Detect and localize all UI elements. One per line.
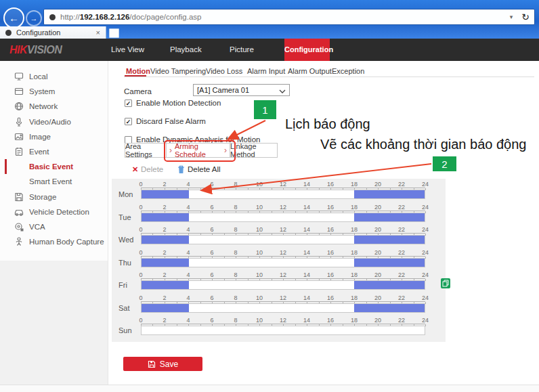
new-tab-button[interactable] bbox=[109, 28, 119, 38]
hour-tick-label: 2 bbox=[163, 295, 166, 301]
schedule-bar[interactable] bbox=[142, 236, 189, 244]
schedule-bar[interactable] bbox=[354, 190, 425, 198]
hour-ruler: 024681012141618202224 bbox=[141, 181, 425, 190]
subtab-linkage-method[interactable]: Linkage Method bbox=[230, 143, 278, 158]
hour-tick-label: 22 bbox=[398, 295, 405, 301]
sidebar-item-image[interactable]: Image bbox=[0, 129, 108, 144]
check-icon: ✓ bbox=[126, 100, 131, 107]
hour-tick-label: 0 bbox=[139, 181, 142, 188]
schedule-bar[interactable] bbox=[142, 304, 189, 312]
schedule-bar[interactable] bbox=[354, 281, 425, 289]
hour-tick-label: 6 bbox=[210, 204, 213, 211]
sidebar-item-storage[interactable]: Storage bbox=[0, 190, 108, 204]
nav-item-playback[interactable]: Playback bbox=[170, 39, 202, 61]
hour-tick-label: 16 bbox=[327, 204, 334, 211]
camera-select[interactable]: [A1] Camera 01 bbox=[193, 84, 290, 96]
tab-alarm-input[interactable]: Alarm Input bbox=[247, 66, 285, 77]
subtab-arming-schedule[interactable]: ›Arming Schedule› bbox=[166, 143, 230, 158]
schedule-track-thu[interactable] bbox=[141, 258, 425, 267]
hikvision-logo: HIKVISION bbox=[9, 39, 62, 61]
globe-icon bbox=[14, 101, 24, 112]
hour-ruler: 024681012141618202224 bbox=[141, 295, 425, 303]
sidebar-item-video-audio[interactable]: Video/Audio bbox=[0, 114, 108, 129]
schedule-track-mon[interactable] bbox=[141, 190, 425, 199]
hour-tick-label: 18 bbox=[351, 295, 358, 301]
copy-to-button[interactable] bbox=[441, 278, 450, 288]
hour-tick-label: 0 bbox=[139, 295, 142, 301]
schedule-bar[interactable] bbox=[142, 259, 189, 267]
browser-tab[interactable]: Configuration × bbox=[0, 26, 106, 39]
hour-tick-label: 24 bbox=[422, 317, 429, 324]
hour-tick-label: 12 bbox=[280, 249, 286, 256]
hour-tick-label: 20 bbox=[374, 271, 381, 278]
sidebar-item-system[interactable]: System bbox=[0, 84, 108, 99]
schedule-bar[interactable] bbox=[142, 190, 189, 198]
tab-exception[interactable]: Exception bbox=[332, 66, 364, 77]
schedule-bar[interactable] bbox=[354, 304, 425, 312]
schedule-bar[interactable] bbox=[142, 281, 189, 289]
hour-tick-label: 0 bbox=[139, 271, 142, 278]
sidebar-item-network[interactable]: Network bbox=[0, 99, 108, 114]
sidebar-item-local[interactable]: Local bbox=[0, 69, 108, 84]
chevron-right-icon: › bbox=[169, 146, 172, 155]
tab-video-loss[interactable]: Video Loss bbox=[206, 66, 242, 77]
sidebar-item-smart-event[interactable]: Smart Event bbox=[0, 174, 108, 189]
url-dropdown-button[interactable]: ▾ bbox=[506, 9, 517, 24]
forward-icon: → bbox=[30, 14, 38, 22]
schedule-track-sun[interactable] bbox=[141, 326, 425, 335]
back-button[interactable]: ← bbox=[3, 7, 24, 28]
schedule-bar[interactable] bbox=[354, 213, 425, 221]
tab-title: Configuration bbox=[16, 28, 60, 37]
schedule-track-wed[interactable] bbox=[141, 235, 425, 244]
sidebar-item-basic-event[interactable]: Basic Event bbox=[0, 159, 108, 174]
hour-tick-label: 14 bbox=[303, 204, 310, 211]
discard-false-alarm-checkbox[interactable]: ✓ bbox=[125, 118, 132, 125]
hour-tick-label: 18 bbox=[351, 181, 358, 188]
hour-tick-label: 4 bbox=[186, 317, 190, 324]
tab-close-icon[interactable]: × bbox=[96, 28, 100, 37]
sidebar-item-vehicle-detection[interactable]: Vehicle Detection bbox=[0, 204, 108, 219]
window-icon bbox=[14, 86, 24, 97]
camera-label: Camera bbox=[124, 87, 152, 95]
hour-tick-label: 0 bbox=[139, 249, 142, 256]
enable-motion-detection-checkbox[interactable]: ✓ bbox=[125, 100, 132, 107]
refresh-button[interactable]: ↻ bbox=[519, 9, 532, 24]
tab-favicon bbox=[5, 30, 12, 36]
schedule-bar[interactable] bbox=[142, 213, 189, 221]
save-button[interactable]: Save bbox=[123, 357, 202, 371]
sidebar-item-vca[interactable]: VCA bbox=[0, 219, 108, 234]
tab-alarm-output[interactable]: Alarm Output bbox=[288, 66, 332, 77]
hour-tick-label: 12 bbox=[280, 204, 286, 211]
sidebar-item-event[interactable]: Event bbox=[0, 144, 108, 159]
nav-item-configuration[interactable]: Configuration bbox=[284, 39, 330, 61]
hour-tick-label: 20 bbox=[374, 249, 381, 256]
nav-item-picture[interactable]: Picture bbox=[230, 39, 254, 61]
schedule-row-sun: Sun024681012141618202224 bbox=[112, 317, 446, 338]
schedule-track-sat[interactable] bbox=[141, 303, 425, 313]
schedule-panel: Mon024681012141618202224Tue0246810121416… bbox=[112, 179, 446, 342]
subtab-area-settings[interactable]: Area Settings bbox=[125, 143, 167, 158]
delete-all-button[interactable]: Delete All bbox=[188, 165, 221, 173]
sidebar-item-label: Event bbox=[29, 144, 49, 159]
hour-tick-label: 6 bbox=[210, 181, 213, 188]
schedule-track-tue[interactable] bbox=[141, 213, 425, 222]
forward-button[interactable]: → bbox=[26, 10, 42, 26]
schedule-bar[interactable] bbox=[354, 236, 425, 244]
url-bar[interactable]: http://192.168.2.126/doc/page/config.asp… bbox=[43, 9, 535, 25]
schedule-track-fri[interactable] bbox=[141, 280, 425, 290]
sidebar-item-label: Network bbox=[29, 99, 58, 114]
sidebar-item-human-body-capture[interactable]: Human Body Capture bbox=[0, 234, 108, 249]
hour-tick-label: 4 bbox=[186, 226, 190, 233]
tab-video-tampering[interactable]: Video Tampering bbox=[150, 66, 206, 77]
hour-tick-label: 8 bbox=[234, 295, 237, 301]
hour-tick-label: 22 bbox=[398, 181, 405, 188]
nav-item-live-view[interactable]: Live View bbox=[111, 39, 144, 61]
hour-tick-label: 10 bbox=[256, 317, 263, 324]
delete-button[interactable]: Delete bbox=[141, 165, 163, 173]
hour-tick-label: 0 bbox=[139, 226, 142, 233]
hour-tick-label: 4 bbox=[186, 204, 190, 211]
hour-tick-label: 4 bbox=[186, 249, 190, 256]
storage-icon bbox=[14, 192, 24, 202]
schedule-row-wed: Wed024681012141618202224 bbox=[112, 226, 446, 247]
schedule-bar[interactable] bbox=[354, 259, 425, 267]
